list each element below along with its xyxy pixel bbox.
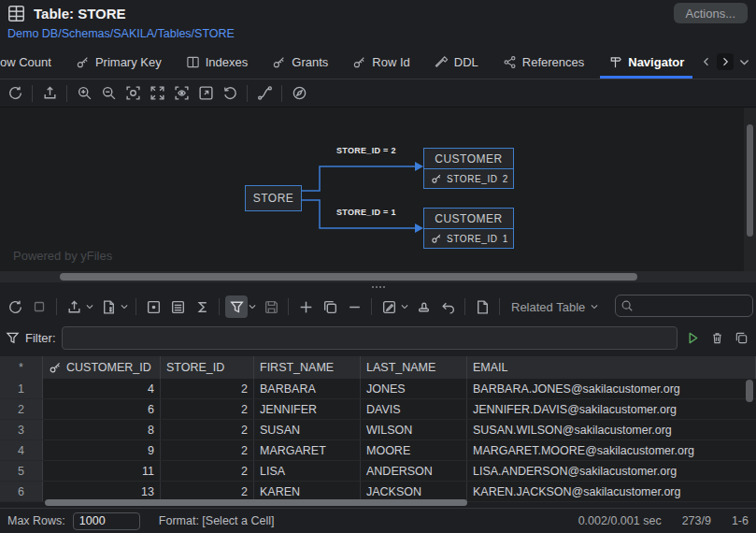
tab-indexes[interactable]: Indexes — [174, 45, 261, 79]
zoom-selection-button[interactable] — [121, 82, 144, 105]
route-edges-button[interactable] — [253, 82, 276, 105]
table-row[interactable]: 4 9 2 MARGARET MOORE MARGARET.MOORE@saki… — [0, 440, 756, 461]
pane-splitter-handle[interactable] — [0, 282, 756, 292]
gutter-header[interactable]: * — [0, 356, 43, 379]
grid-horizontal-scrollbar[interactable] — [0, 498, 756, 507]
signpost-icon — [608, 55, 622, 69]
diagram-edges — [0, 108, 756, 271]
table-row[interactable]: 3 8 2 SUSAN WILSON SUSAN.WILSON@sakilacu… — [0, 420, 756, 440]
run-filter-button[interactable] — [683, 326, 702, 349]
add-row-button[interactable] — [294, 295, 317, 318]
key-icon — [431, 233, 442, 244]
diagram-node-store[interactable]: STORE — [245, 185, 302, 211]
drag-dots-icon — [372, 286, 374, 288]
edit-options-chevron[interactable] — [399, 295, 410, 318]
tab-references[interactable]: References — [491, 45, 596, 79]
format-options-chevron[interactable] — [119, 295, 130, 318]
edit-cell-button[interactable] — [378, 295, 400, 318]
copy-filter-button[interactable] — [732, 326, 750, 349]
column-header-last-name[interactable]: LAST_NAME — [361, 356, 467, 379]
commit-stamp-button[interactable] — [412, 295, 435, 318]
filter-row: Filter: — [0, 322, 756, 353]
grid-vertical-scrollbar-thumb[interactable] — [746, 380, 753, 402]
diagram-toolbar — [0, 79, 756, 107]
window-header: Table: STORE Actions... — [0, 0, 756, 26]
diagram-horizontal-scrollbar[interactable] — [0, 271, 756, 282]
column-header-customer-id[interactable]: CUSTOMER_ID — [43, 356, 161, 379]
tab-primary-key[interactable]: Primary Key — [64, 45, 174, 79]
tab-row-id[interactable]: Row Id — [340, 45, 421, 79]
primary-key-icon — [49, 361, 62, 374]
key-icon — [76, 55, 90, 69]
navigator-diagram-canvas[interactable]: STORE_ID = 2 STORE_ID = 1 STORE CUSTOMER… — [0, 107, 756, 271]
fit-content-button[interactable] — [146, 82, 168, 105]
table-row[interactable]: 1 4 2 BARBARA JONES BARBARA.JONES@sakila… — [0, 379, 756, 399]
format-label[interactable]: Format: [Select a Cell] — [159, 514, 275, 527]
zoom-in-button[interactable] — [73, 82, 95, 105]
export-grid-button[interactable] — [63, 295, 85, 318]
clear-filter-button[interactable] — [707, 326, 726, 349]
tab-row-count[interactable]: ow Count — [0, 45, 64, 79]
grid-search-box[interactable] — [615, 295, 753, 317]
tabs-scroll-right-button[interactable] — [717, 53, 734, 70]
query-time: 0.002/0.001 sec — [578, 514, 662, 527]
breadcrumb[interactable]: Demo DB/Schemas/SAKILA/Tables/STORE — [7, 27, 235, 44]
app-window: Table: STORE Actions... Demo DB/Schemas/… — [0, 0, 756, 533]
open-in-new-window-button[interactable] — [471, 295, 493, 318]
related-table-dropdown[interactable]: Related Table — [511, 300, 599, 314]
filter-funnel-icon — [6, 331, 20, 345]
diagram-node-customer-1[interactable]: CUSTOMER STORE_ID 2 — [423, 148, 514, 189]
diagram-vertical-scrollbar[interactable] — [744, 108, 756, 271]
max-rows-input[interactable] — [73, 512, 140, 530]
delete-row-button[interactable] — [343, 295, 365, 318]
column-header-first-name[interactable]: FIRST_NAME — [254, 356, 361, 379]
diagram-node-customer-2[interactable]: CUSTOMER STORE_ID 1 — [423, 208, 514, 249]
diagram-field-row: STORE_ID 2 — [424, 169, 513, 188]
refresh-button[interactable] — [4, 82, 26, 105]
grid-header-row: * CUSTOMER_ID STORE_ID FIRST_NAME LAST_N… — [0, 356, 756, 379]
tabs-list-button[interactable] — [735, 53, 752, 70]
page-title: Table: STORE — [34, 6, 126, 22]
column-header-email[interactable]: EMAIL — [467, 356, 756, 379]
column-header-store-id[interactable]: STORE_ID — [161, 356, 254, 379]
save-edits-button[interactable] — [260, 295, 282, 318]
tab-scroll-controls — [698, 45, 756, 79]
navigate-mode-button[interactable] — [288, 82, 310, 105]
aggregate-sigma-button[interactable] — [191, 295, 213, 318]
visible-range: 1-6 — [732, 514, 749, 527]
duplicate-row-button[interactable] — [319, 295, 341, 318]
grid-toolbar: Related Table — [0, 292, 756, 322]
format-file-button[interactable] — [97, 295, 120, 318]
refresh-grid-button[interactable] — [4, 295, 26, 318]
stop-button[interactable] — [28, 295, 50, 318]
filter-toggle-button[interactable] — [225, 295, 248, 318]
overview-button[interactable] — [170, 82, 193, 105]
filter-label: Filter: — [25, 331, 56, 345]
cell-view-button[interactable] — [142, 295, 164, 318]
tab-grants[interactable]: Grants — [260, 45, 340, 79]
tabs-scroll-left-button[interactable] — [698, 53, 715, 70]
export-options-chevron[interactable] — [84, 295, 95, 318]
edge-label: STORE_ID = 2 — [336, 146, 396, 155]
open-in-window-button[interactable] — [194, 82, 217, 105]
scrollbar-thumb[interactable] — [60, 273, 637, 281]
export-image-button[interactable] — [38, 82, 61, 105]
table-row[interactable]: 2 6 2 JENNIFER DAVIS JENNIFER.DAVIS@saki… — [0, 399, 756, 420]
yfiles-watermark: Powered by yFiles — [13, 249, 112, 263]
reset-view-button[interactable] — [219, 82, 241, 105]
table-row[interactable]: 5 11 2 LISA ANDERSON LISA.ANDERSON@sakil… — [0, 461, 756, 482]
undo-button[interactable] — [436, 295, 459, 318]
search-input[interactable] — [634, 299, 748, 312]
filter-input[interactable] — [62, 326, 678, 350]
zoom-out-button[interactable] — [97, 82, 120, 105]
actions-button[interactable]: Actions... — [674, 3, 748, 23]
filter-options-chevron[interactable] — [247, 295, 258, 318]
scrollbar-thumb[interactable] — [747, 124, 753, 237]
key-icon — [352, 55, 366, 69]
max-rows-label: Max Rows: — [7, 514, 65, 527]
row-view-button[interactable] — [166, 295, 189, 318]
tab-navigator[interactable]: Navigator — [596, 45, 696, 79]
tab-ddl[interactable]: DDL — [422, 45, 491, 79]
result-grid: * CUSTOMER_ID STORE_ID FIRST_NAME LAST_N… — [0, 356, 756, 502]
scrollbar-thumb[interactable] — [45, 499, 467, 506]
